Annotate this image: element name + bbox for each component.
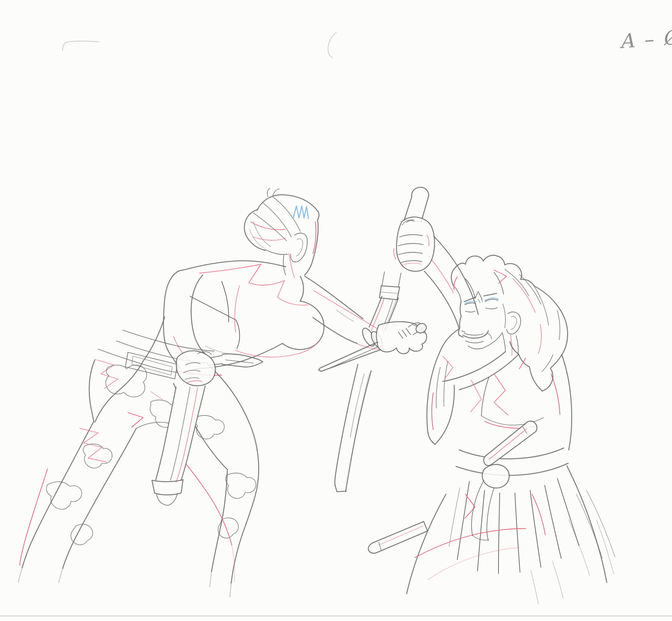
scanned-animation-drawing: A – Ø — [0, 0, 672, 621]
sketch-line — [59, 568, 63, 582]
arm-top-edge — [305, 276, 363, 319]
woman-ear — [291, 233, 307, 262]
sketch-line — [428, 255, 453, 293]
sketch-line — [368, 522, 428, 553]
left-pupil — [469, 305, 472, 309]
sketch-line — [249, 264, 284, 285]
sketch-line — [236, 320, 240, 348]
paper-speck — [48, 92, 49, 93]
camo-patch — [226, 473, 256, 498]
sketch-line — [428, 547, 519, 580]
woman-left-arm-outer — [164, 271, 179, 368]
orange-smudge-dot — [150, 45, 153, 49]
sketch-line — [382, 272, 401, 287]
sketch-line — [531, 570, 538, 604]
blade-edge-lower — [335, 364, 358, 485]
swordsman-hakama — [407, 464, 607, 594]
sketch-line — [510, 341, 542, 391]
sketch-line — [481, 377, 489, 416]
sketch-line — [210, 572, 212, 587]
sketch-line — [329, 345, 381, 368]
sketch-line — [513, 279, 535, 313]
sketch-line — [465, 341, 483, 343]
camo-patch — [83, 444, 112, 468]
arm-inner-edge — [424, 271, 459, 329]
sketch-line — [552, 561, 563, 598]
drawing-fadeout — [0, 551, 672, 621]
sketch-line — [545, 485, 561, 558]
dagger-blade — [319, 341, 384, 371]
blade-tip — [335, 485, 346, 492]
sketch-line — [336, 310, 353, 321]
woman-extended-arm — [305, 276, 428, 371]
sketch-line — [465, 279, 482, 299]
cut-number-annotation: A – Ø — [619, 26, 672, 53]
orange-smudge — [139, 45, 149, 56]
blue-highlight-zigzag — [293, 206, 308, 219]
figure-woman — [18, 188, 324, 597]
blade-spine-lower — [346, 371, 371, 492]
camo-patch — [195, 415, 225, 439]
sketch-line — [538, 324, 541, 354]
sketch-line — [498, 493, 500, 574]
sketch-line — [569, 520, 590, 575]
kimono-right-edge — [562, 355, 572, 450]
swordsman-ear — [507, 312, 521, 334]
sketch-line — [283, 255, 286, 275]
swordsman-head — [451, 255, 568, 391]
sketch-line — [503, 304, 505, 328]
sketch-line — [89, 360, 95, 421]
sketch-line — [478, 491, 485, 571]
sketch-line — [273, 197, 300, 231]
hakama-knot — [482, 464, 509, 488]
sketch-line — [443, 356, 453, 379]
face-profile — [458, 302, 463, 337]
hakama-left-edge — [407, 494, 446, 594]
sketch-line — [380, 292, 398, 293]
sketch-line — [510, 317, 517, 330]
sketch-line — [151, 391, 162, 399]
swordsman-kimono — [427, 329, 572, 450]
paper-speck — [101, 67, 102, 68]
swordsman-obi — [456, 448, 568, 475]
right-shin-front — [231, 450, 259, 583]
sketch-line — [464, 333, 483, 335]
blade-edge-upper — [369, 296, 382, 327]
sketch-line — [80, 428, 106, 462]
camo-patch — [46, 482, 82, 509]
sketch-line — [253, 213, 286, 241]
sketch-line — [453, 286, 461, 302]
sketch-line — [462, 331, 465, 332]
sheath-tip — [156, 494, 177, 505]
sketch-line — [18, 568, 22, 582]
sketch-line — [132, 356, 172, 375]
sketch-line — [435, 385, 454, 444]
scabbard-lower — [368, 522, 428, 553]
sketch-line — [436, 361, 448, 408]
camo-patch — [106, 365, 147, 397]
sketch-line — [128, 413, 143, 427]
sketch-line — [415, 529, 526, 557]
sketch-line — [257, 195, 319, 220]
sketch-line — [494, 270, 507, 283]
sketch-line — [300, 276, 304, 301]
scanner-shadow — [0, 3, 672, 9]
sketch-line — [289, 253, 295, 278]
sketch-line — [472, 480, 484, 535]
sketch-line — [265, 250, 287, 254]
sketch-line — [515, 493, 520, 572]
sketch-line — [449, 488, 460, 546]
sketch-line — [487, 488, 494, 541]
figure-swordsman — [368, 235, 615, 604]
sheath-band — [152, 480, 183, 495]
woman-legs — [18, 364, 259, 597]
woman-torso — [95, 261, 324, 422]
sketch-line — [489, 429, 526, 459]
woman-head — [244, 188, 319, 278]
sketch-canvas: A – Ø — [0, 0, 672, 621]
sketch-line — [432, 393, 434, 430]
sketch-line — [235, 286, 239, 332]
sketchy-leg-lines — [531, 491, 615, 604]
sketch-line — [212, 469, 227, 572]
hair-mass-right — [534, 286, 568, 391]
